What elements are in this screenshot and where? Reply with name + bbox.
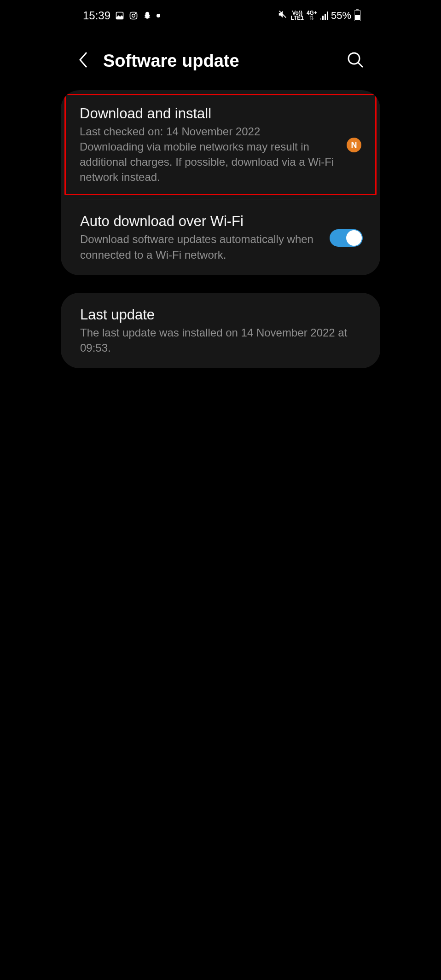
svg-point-3 bbox=[135, 13, 136, 14]
page-title: Software update bbox=[103, 51, 333, 71]
volte-indicator: Vo)) LTE1 bbox=[290, 11, 303, 21]
download-and-install-row[interactable]: Download and install Last checked on: 14… bbox=[64, 94, 377, 195]
signal-icon bbox=[320, 12, 328, 20]
search-button[interactable] bbox=[346, 51, 365, 71]
svg-point-2 bbox=[132, 14, 135, 17]
network-indicator: 4G+ ⇅ bbox=[307, 11, 317, 21]
status-time: 15:39 bbox=[83, 9, 110, 22]
mute-icon bbox=[278, 9, 288, 22]
download-install-desc: Downloading via mobile networks may resu… bbox=[80, 139, 338, 185]
last-update-row[interactable]: Last update The last update was installe… bbox=[61, 293, 380, 368]
notification-badge: N bbox=[347, 138, 361, 152]
battery-icon bbox=[354, 10, 361, 21]
settings-group-1: Download and install Last checked on: 14… bbox=[61, 90, 380, 275]
svg-point-5 bbox=[348, 53, 360, 64]
auto-download-toggle[interactable] bbox=[330, 229, 363, 247]
title-bar: Software update bbox=[58, 27, 383, 86]
instagram-icon bbox=[129, 11, 138, 20]
snapchat-icon bbox=[143, 11, 152, 20]
gallery-icon bbox=[115, 11, 124, 20]
last-update-desc: The last update was installed on 14 Nove… bbox=[80, 325, 363, 355]
back-button[interactable] bbox=[76, 50, 90, 72]
battery-percent: 55% bbox=[331, 10, 351, 22]
download-install-checked: Last checked on: 14 November 2022 bbox=[80, 124, 338, 139]
more-notifications-dot bbox=[157, 14, 160, 17]
auto-download-row[interactable]: Auto download over Wi-Fi Download softwa… bbox=[61, 199, 380, 275]
svg-line-6 bbox=[358, 63, 363, 67]
status-bar: 15:39 Vo)) LTE1 4G+ ⇅ bbox=[58, 0, 383, 27]
auto-download-title: Auto download over Wi-Fi bbox=[80, 213, 321, 230]
auto-download-desc: Download software updates automatically … bbox=[80, 232, 321, 262]
last-update-title: Last update bbox=[80, 307, 363, 323]
settings-group-2: Last update The last update was installe… bbox=[61, 293, 380, 368]
download-install-title: Download and install bbox=[80, 105, 338, 122]
